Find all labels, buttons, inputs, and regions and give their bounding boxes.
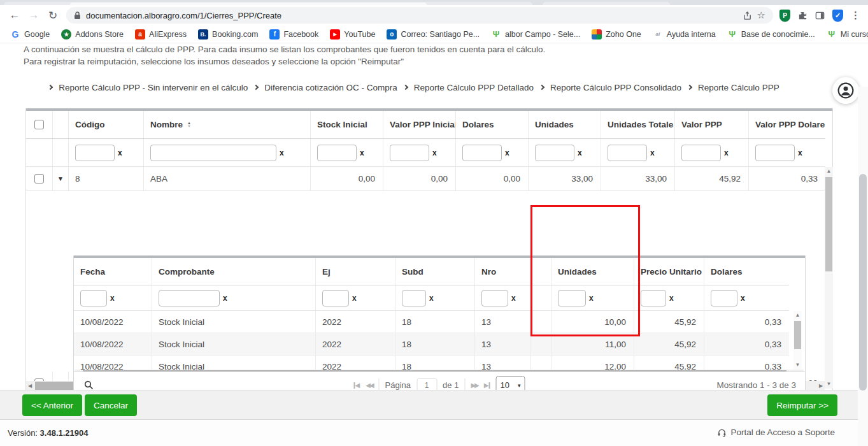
filter-input-comprobante[interactable] — [159, 290, 220, 306]
bookmark-zoho-one[interactable]: Zoho One — [587, 28, 646, 41]
reimputar-button[interactable]: Reimputar >> — [767, 394, 837, 416]
filter-input-fecha[interactable] — [80, 290, 107, 306]
scroll-left-icon[interactable]: ◀ — [26, 381, 34, 391]
bookmark-ayuda-interna[interactable]: al Ayuda interna — [648, 28, 721, 41]
column-header-nro[interactable]: Nro — [475, 258, 531, 285]
breadcrumb-item-reporte-ppp[interactable]: Reporte Cálculo PPP — [698, 83, 779, 92]
clear-filter-icon[interactable]: x — [650, 148, 655, 157]
support-portal-link[interactable]: Portal de Acceso a Soporte — [717, 428, 835, 437]
detail-row[interactable]: 10/08/2022 Stock Inicial 2022 18 13 10,0… — [74, 311, 789, 333]
clear-filter-icon[interactable]: x — [724, 148, 729, 157]
detail-row[interactable]: 10/08/2022 Stock Inicial 2022 18 13 11,0… — [74, 333, 789, 356]
browser-active-tab[interactable] — [70, 3, 427, 5]
clear-filter-icon[interactable]: x — [798, 148, 802, 157]
filter-input-dolares-detail[interactable] — [711, 290, 737, 306]
clear-filter-icon[interactable]: x — [589, 294, 594, 303]
forward-icon[interactable]: → — [24, 9, 43, 22]
first-page-icon[interactable]: ◀ — [354, 382, 360, 389]
privacy-extension-icon[interactable]: P — [779, 10, 790, 22]
sort-icon[interactable]: ▲▼ — [187, 122, 191, 128]
column-header-ej[interactable]: Ej — [316, 258, 395, 285]
share-icon[interactable] — [743, 11, 752, 20]
scroll-right-icon[interactable]: ▶ — [817, 381, 825, 391]
column-header-subd[interactable]: Subd — [395, 258, 475, 285]
select-all-checkbox[interactable] — [34, 120, 44, 129]
column-header-stock-inicial[interactable]: Stock Inicial — [311, 111, 383, 138]
back-icon[interactable]: ← — [5, 9, 24, 22]
clear-filter-icon[interactable]: x — [511, 294, 516, 303]
bookmark-base-conocimiento[interactable]: Ψ Base de conocimie... — [722, 28, 820, 41]
filter-input-unidades-detail[interactable] — [558, 290, 586, 306]
previous-page-icon[interactable]: ◀◀ — [366, 382, 373, 389]
scroll-down-icon[interactable]: ▼ — [825, 380, 833, 389]
bookmark-aliexpress[interactable]: a AliExpress — [130, 28, 192, 41]
bookmark-star-icon[interactable]: ☆ — [757, 10, 765, 21]
extensions-puzzle-icon[interactable] — [798, 11, 808, 20]
reload-icon[interactable]: ↻ — [43, 9, 62, 22]
browser-menu-icon[interactable]: ⋮ — [851, 10, 860, 21]
clear-filter-icon[interactable]: x — [360, 148, 364, 157]
filter-input-subd[interactable] — [402, 290, 426, 306]
scroll-up-icon[interactable]: ▲ — [825, 167, 833, 176]
column-header-precio-unitario[interactable]: Precio Unitario — [634, 258, 704, 285]
breadcrumb-item-detallado[interactable]: Reporte Cálculo PPP Detallado — [414, 83, 534, 92]
scrollbar-thumb[interactable] — [825, 177, 832, 271]
cancelar-button[interactable]: Cancelar — [85, 394, 137, 416]
filter-input-dolares[interactable] — [462, 145, 502, 161]
breadcrumb-item-diferencia-cotizacion[interactable]: Diferencia cotización OC - Compra — [264, 83, 397, 92]
clear-filter-icon[interactable]: x — [280, 148, 284, 157]
last-page-icon[interactable]: ▶ — [484, 382, 490, 389]
column-header-dolares-detail[interactable]: Dolares — [704, 258, 789, 285]
clear-filter-icon[interactable]: x — [578, 148, 582, 157]
filter-input-valor-ppp-inicial[interactable] — [390, 145, 429, 161]
filter-input-precio-unitario[interactable] — [641, 290, 666, 306]
filter-input-valor-ppp-dolare[interactable] — [755, 145, 795, 161]
clear-filter-icon[interactable]: x — [352, 294, 357, 303]
bookmark-booking[interactable]: B. Booking.com — [193, 28, 263, 41]
next-page-icon[interactable]: ▶▶ — [471, 382, 478, 389]
clear-filter-icon[interactable]: x — [741, 294, 745, 303]
bookmark-youtube[interactable]: ▶ YouTube — [325, 28, 380, 41]
bookmark-mi-curso[interactable]: Ψ Mi curso — [822, 28, 868, 41]
filter-input-unidades-totale[interactable] — [608, 145, 647, 161]
clear-filter-icon[interactable]: x — [223, 294, 227, 303]
filter-input-codigo[interactable] — [75, 145, 115, 161]
master-vertical-scrollbar[interactable]: ▲ ▼ — [825, 167, 833, 389]
page-scrollbar[interactable] — [858, 87, 868, 446]
filter-input-nombre[interactable] — [150, 145, 276, 161]
filter-input-unidades[interactable] — [535, 145, 574, 161]
clear-filter-icon[interactable]: x — [505, 148, 509, 157]
detail-vertical-scrollbar[interactable]: ▲ ▼ — [793, 311, 802, 370]
clear-filter-icon[interactable]: x — [669, 294, 674, 303]
column-header-valor-ppp-dolare[interactable]: Valor PPP Dolare — [749, 111, 825, 138]
clear-filter-icon[interactable]: x — [429, 294, 434, 303]
filter-input-stock-inicial[interactable] — [317, 145, 357, 161]
clear-filter-icon[interactable]: x — [432, 148, 437, 157]
anterior-button[interactable]: << Anterior — [22, 394, 82, 416]
filter-input-nro[interactable] — [481, 290, 508, 306]
scrollbar-thumb[interactable] — [794, 321, 801, 349]
bookmark-google[interactable]: G Google — [5, 28, 55, 41]
filter-input-ej[interactable] — [322, 290, 349, 306]
column-header-codigo[interactable]: Código — [69, 111, 144, 138]
column-header-fecha[interactable]: Fecha — [74, 258, 152, 285]
bookmark-facebook[interactable]: f Facebook — [264, 28, 324, 41]
column-header-comprobante[interactable]: Comprobante — [152, 258, 316, 285]
column-header-nombre[interactable]: Nombre ▲▼ — [144, 111, 311, 138]
side-panel-icon[interactable] — [815, 11, 825, 20]
bookmark-correo[interactable]: o Correo: Santiago Pe... — [381, 28, 485, 41]
bookmark-addons-store[interactable]: ★ Addons Store — [56, 28, 129, 41]
column-header-valor-ppp-inicial[interactable]: Valor PPP Inicial — [383, 111, 456, 138]
clear-filter-icon[interactable]: x — [110, 294, 115, 303]
breadcrumb-item-consolidado[interactable]: Reporte Cálculo PPP Consolidado — [550, 83, 681, 92]
scrollbar-thumb[interactable] — [859, 174, 867, 391]
address-bar[interactable]: documentacion.alboragro.com/1/Cierres_PP… — [66, 7, 773, 24]
column-header-unidades[interactable]: Unidades — [529, 111, 601, 138]
url-text[interactable]: documentacion.alboragro.com/1/Cierres_PP… — [86, 11, 737, 20]
column-header-valor-ppp[interactable]: Valor PPP — [675, 111, 749, 138]
breadcrumb-item-sin-intervenir[interactable]: Reporte Cálculo PPP - Sin intervenir en … — [59, 83, 248, 92]
collapse-row-icon[interactable]: ▼ — [57, 175, 64, 182]
user-avatar[interactable] — [832, 77, 859, 104]
column-header-dolares[interactable]: Dolares — [456, 111, 529, 138]
detail-row[interactable]: 10/08/2022 Stock Inicial 2022 18 13 12,0… — [74, 356, 789, 370]
